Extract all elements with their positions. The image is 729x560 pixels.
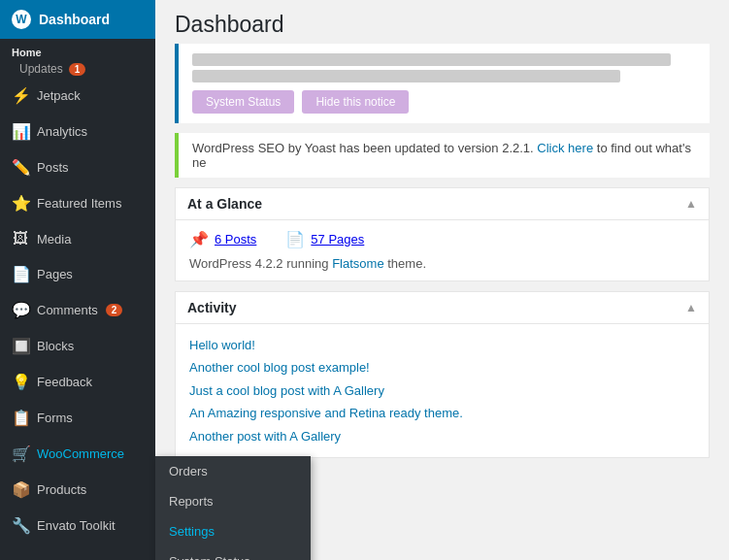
sidebar-item-updates[interactable]: Updates 1 — [0, 60, 155, 78]
activity-link-3[interactable]: Just a cool blog post with A Gallery — [189, 379, 695, 402]
glance-wp-info: WordPress 4.2.2 running Flatsome theme. — [189, 256, 695, 271]
sidebar-item-woocommerce[interactable]: 🛒 WooCommerce — [0, 436, 155, 472]
sidebar-item-blocks-label: Blocks — [37, 339, 74, 353]
pages-count-link[interactable]: 57 Pages — [311, 232, 364, 247]
sidebar-item-forms[interactable]: 📋 Forms — [0, 400, 155, 436]
sidebar-item-featured[interactable]: ⭐ Featured Items — [0, 185, 155, 221]
activity-link-5[interactable]: Another post with A Gallery — [189, 425, 695, 447]
sidebar-item-updates-label: Updates — [19, 62, 63, 76]
blocks-icon: 🔲 — [12, 337, 29, 355]
wp-logo-icon: W — [12, 10, 31, 29]
main-header: Dashboard — [155, 0, 729, 44]
sidebar-item-pages[interactable]: 📄 Pages — [0, 256, 155, 292]
sidebar-item-feedback[interactable]: 💡 Feedback — [0, 364, 155, 400]
system-status-button[interactable]: System Status — [192, 90, 294, 114]
update-notice: WordPress SEO by Yoast has been updated … — [175, 133, 710, 178]
pages-icon: 📄 — [12, 265, 29, 283]
sidebar-item-products-label: Products — [37, 482, 86, 497]
activity-link-4-link: ready theme. — [389, 406, 463, 420]
sidebar-item-comments[interactable]: 💬 Comments 2 — [0, 292, 155, 328]
sidebar-item-media-label: Media — [37, 232, 71, 247]
woocommerce-icon: 🛒 — [12, 445, 29, 463]
glance-pages[interactable]: 📄 57 Pages — [285, 230, 364, 248]
activity-title: Activity — [187, 300, 237, 315]
glance-wp-version: WordPress 4.2.2 running — [189, 256, 332, 271]
posts-count-link[interactable]: 6 Posts — [215, 232, 256, 247]
sidebar-item-label-home: Home — [0, 39, 155, 60]
notice-line1 — [192, 53, 671, 66]
sidebar: W Dashboard Home Updates 1 ⚡ Jetpack 📊 A… — [0, 0, 155, 560]
envato-icon: 🔧 — [12, 516, 29, 535]
sidebar-item-envato-label: Envato Toolkit — [37, 518, 116, 533]
sidebar-header[interactable]: W Dashboard — [0, 0, 155, 39]
sidebar-item-envato[interactable]: 🔧 Envato Toolkit — [0, 508, 155, 544]
sidebar-header-label: Dashboard — [39, 12, 110, 27]
posts-icon: ✏️ — [12, 158, 29, 177]
pages-glance-icon: 📄 — [285, 230, 305, 248]
sidebar-item-woocommerce-label: WooCommerce — [37, 446, 124, 461]
woo-submenu-reports[interactable]: Reports — [155, 486, 311, 516]
at-a-glance-title: At a Glance — [187, 196, 262, 212]
jetpack-icon: ⚡ — [12, 86, 29, 105]
comments-badge: 2 — [106, 304, 123, 316]
notice-buttons: System Status Hide this notice — [192, 90, 696, 114]
hide-notice-button[interactable]: Hide this notice — [302, 90, 409, 114]
sidebar-item-jetpack[interactable]: ⚡ Jetpack — [0, 78, 155, 114]
sidebar-item-jetpack-label: Jetpack — [37, 88, 81, 103]
glance-posts[interactable]: 📌 6 Posts — [189, 230, 256, 248]
update-notice-text: WordPress SEO by Yoast has been updated … — [192, 141, 534, 155]
at-a-glance-body: 📌 6 Posts 📄 57 Pages WordPress 4.2.2 run… — [176, 220, 709, 280]
woo-submenu: Orders Reports Settings System Status Ad… — [155, 456, 311, 560]
woo-submenu-orders[interactable]: Orders — [155, 456, 311, 486]
sidebar-item-blocks[interactable]: 🔲 Blocks — [0, 328, 155, 364]
woo-submenu-settings[interactable]: Settings — [155, 516, 311, 546]
activity-collapse[interactable]: ▲ — [685, 301, 697, 314]
sidebar-item-feedback-label: Feedback — [37, 375, 92, 389]
sidebar-item-products[interactable]: 📦 Products — [0, 472, 155, 508]
activity-body: Hello world! Another cool blog post exam… — [176, 324, 709, 457]
activity-link-4[interactable]: An Amazing responsive and Retina ready t… — [189, 402, 695, 424]
sidebar-item-media[interactable]: 🖼 Media — [0, 221, 155, 256]
updates-badge: 1 — [69, 63, 86, 76]
posts-glance-icon: 📌 — [189, 230, 209, 248]
featured-icon: ⭐ — [12, 194, 29, 213]
activity-link-2[interactable]: Another cool blog post example! — [189, 356, 695, 379]
analytics-icon: 📊 — [12, 122, 29, 141]
media-icon: 🖼 — [12, 230, 29, 247]
theme-notice: System Status Hide this notice — [175, 44, 710, 123]
sidebar-item-analytics-label: Analytics — [37, 124, 87, 139]
at-a-glance-widget: At a Glance ▲ 📌 6 Posts 📄 57 Pages WordP… — [175, 187, 710, 281]
sidebar-item-analytics[interactable]: 📊 Analytics — [0, 114, 155, 149]
activity-link-4-text: An Amazing responsive and Retina — [189, 406, 389, 420]
sidebar-item-featured-label: Featured Items — [37, 196, 121, 211]
products-icon: 📦 — [12, 480, 29, 499]
at-a-glance-collapse[interactable]: ▲ — [685, 197, 697, 211]
glance-theme-link[interactable]: Flatsome — [332, 256, 383, 271]
activity-link-1[interactable]: Hello world! — [189, 334, 695, 356]
glance-theme-suffix: theme. — [384, 256, 426, 271]
comments-icon: 💬 — [12, 301, 29, 319]
forms-icon: 📋 — [12, 409, 29, 427]
sidebar-item-pages-label: Pages — [37, 267, 73, 281]
woo-submenu-system-status[interactable]: System Status — [155, 546, 311, 560]
page-title: Dashboard — [175, 12, 710, 38]
sidebar-item-posts-label: Posts — [37, 160, 69, 175]
sidebar-item-posts[interactable]: ✏️ Posts — [0, 149, 155, 185]
at-a-glance-header: At a Glance ▲ — [176, 188, 709, 220]
update-notice-link[interactable]: Click here — [537, 141, 593, 155]
activity-widget: Activity ▲ Hello world! Another cool blo… — [175, 291, 710, 458]
sidebar-item-forms-label: Forms — [37, 411, 73, 425]
notice-line2 — [192, 70, 620, 82]
feedback-icon: 💡 — [12, 373, 29, 391]
glance-row: 📌 6 Posts 📄 57 Pages — [189, 230, 695, 248]
activity-header: Activity ▲ — [176, 292, 709, 324]
sidebar-item-comments-label: Comments — [37, 303, 98, 317]
